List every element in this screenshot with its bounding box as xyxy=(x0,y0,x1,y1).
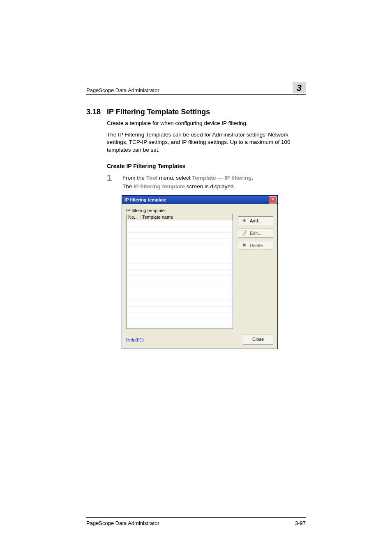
list-rows xyxy=(127,220,233,327)
list-row[interactable] xyxy=(127,276,233,282)
list-header: No... Template name xyxy=(127,214,233,220)
result-screen-name: IP filtering template xyxy=(134,183,185,190)
list-row[interactable] xyxy=(127,319,233,325)
chapter-number: 3 xyxy=(297,83,302,93)
list-row[interactable] xyxy=(127,288,233,294)
column-template-name[interactable]: Template name xyxy=(141,214,233,220)
help-link[interactable]: Help(F1) xyxy=(126,337,144,342)
list-row[interactable] xyxy=(127,227,233,233)
menu-ip-filtering: IP filtering xyxy=(225,175,252,181)
list-row[interactable] xyxy=(127,264,233,270)
list-row[interactable] xyxy=(127,245,233,251)
intro-paragraph-2: The IP Filtering Templates can be used f… xyxy=(107,131,306,154)
edit-button[interactable]: 📝 Edit... xyxy=(238,229,273,238)
list-row[interactable] xyxy=(127,325,233,327)
list-row[interactable] xyxy=(127,257,233,264)
template-listbox[interactable]: No... Template name xyxy=(126,214,233,329)
body-text: Create a template for when configuring d… xyxy=(107,120,306,154)
list-row[interactable] xyxy=(127,294,233,301)
list-row[interactable] xyxy=(127,220,233,227)
section-number: 3.18 xyxy=(86,108,101,116)
dialog-title: IP filtering template xyxy=(125,197,166,202)
list-row[interactable] xyxy=(127,251,233,257)
close-button[interactable]: Close xyxy=(243,335,273,345)
footer-title: PageScope Data Administrator xyxy=(86,520,159,526)
list-row[interactable] xyxy=(127,233,233,239)
header-title: PageScope Data Administrator xyxy=(86,87,159,93)
step-1: 1 From the Tool menu, select Template — … xyxy=(107,173,306,191)
add-icon: ✳ xyxy=(241,218,247,224)
add-button[interactable]: ✳ Add... xyxy=(238,216,273,225)
step-result: The IP filtering template screen is disp… xyxy=(122,182,253,191)
edit-icon: 📝 xyxy=(241,230,247,236)
section-heading: 3.18 IP Filtering Template Settings xyxy=(86,108,306,116)
step-instruction: From the Tool menu, select Template — IP… xyxy=(122,173,253,183)
intro-paragraph-1: Create a template for when configuring d… xyxy=(107,120,306,127)
page-footer: PageScope Data Administrator 3-97 xyxy=(86,517,306,526)
delete-button[interactable]: ✖ Delete xyxy=(238,241,273,250)
section-title: IP Filtering Template Settings xyxy=(107,108,210,116)
close-icon[interactable]: × xyxy=(269,196,277,204)
dialog-titlebar[interactable]: IP filtering template × xyxy=(122,196,277,204)
list-row[interactable] xyxy=(127,270,233,276)
menu-tool: Tool xyxy=(146,175,158,181)
subheading: Create IP Filtering Templates xyxy=(107,163,306,169)
list-row[interactable] xyxy=(127,239,233,245)
list-row[interactable] xyxy=(127,307,233,313)
ip-filtering-template-dialog: IP filtering template × IP filtering tem… xyxy=(122,195,278,349)
menu-template: Template xyxy=(192,175,216,181)
list-row[interactable] xyxy=(127,301,233,307)
delete-icon: ✖ xyxy=(241,243,247,248)
list-row[interactable] xyxy=(127,282,233,288)
list-row[interactable] xyxy=(127,313,233,319)
step-number: 1 xyxy=(107,173,115,191)
column-no[interactable]: No... xyxy=(127,214,141,220)
footer-page: 3-97 xyxy=(295,520,306,526)
list-label: IP filtering template: xyxy=(126,208,273,213)
chapter-badge: 3 xyxy=(293,82,306,93)
page-header: PageScope Data Administrator 3 xyxy=(86,82,306,95)
